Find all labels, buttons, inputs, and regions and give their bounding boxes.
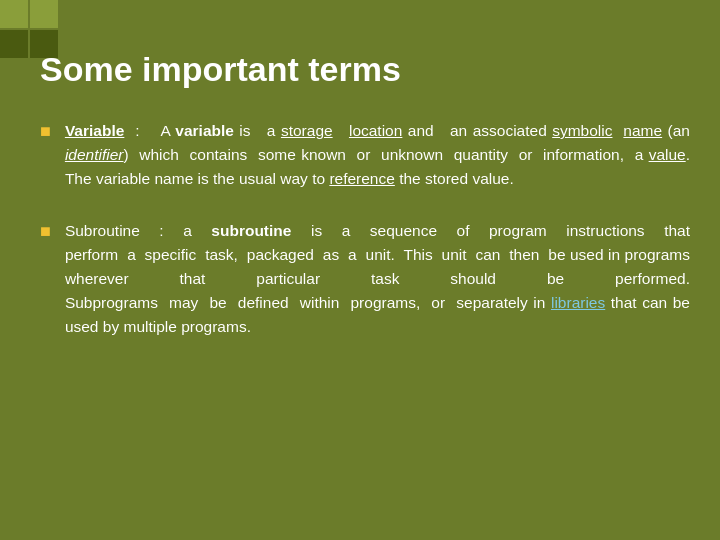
- bullet-subroutine: ■ Subroutine : a subroutine is a sequenc…: [40, 219, 690, 339]
- variable-text: Variable : A variable is a storage locat…: [65, 119, 690, 191]
- subroutine-text: Subroutine : a subroutine is a sequence …: [65, 219, 690, 339]
- identifier-link: identifier: [65, 146, 124, 163]
- location-link: location: [349, 122, 402, 139]
- reference-link: reference: [329, 170, 394, 187]
- corner-sq3: [30, 0, 58, 28]
- value-link: value: [649, 146, 686, 163]
- bullet-icon-1: ■: [40, 121, 51, 142]
- libraries-link: libraries: [551, 294, 605, 311]
- symbolic-link: symbolic: [552, 122, 612, 139]
- storage-link: storage: [281, 122, 333, 139]
- background: Some important terms ■ Variable : A vari…: [0, 0, 720, 540]
- variable-term: Variable: [65, 122, 124, 139]
- content-area: Some important terms ■ Variable : A vari…: [40, 50, 690, 510]
- page-title: Some important terms: [40, 50, 690, 89]
- bullet-icon-2: ■: [40, 221, 51, 242]
- bullet-variable: ■ Variable : A variable is a storage loc…: [40, 119, 690, 191]
- subroutine-bold: subroutine: [211, 222, 291, 239]
- name-link: name: [623, 122, 662, 139]
- corner-sq2: [0, 30, 28, 58]
- variable-bold: variable: [175, 122, 234, 139]
